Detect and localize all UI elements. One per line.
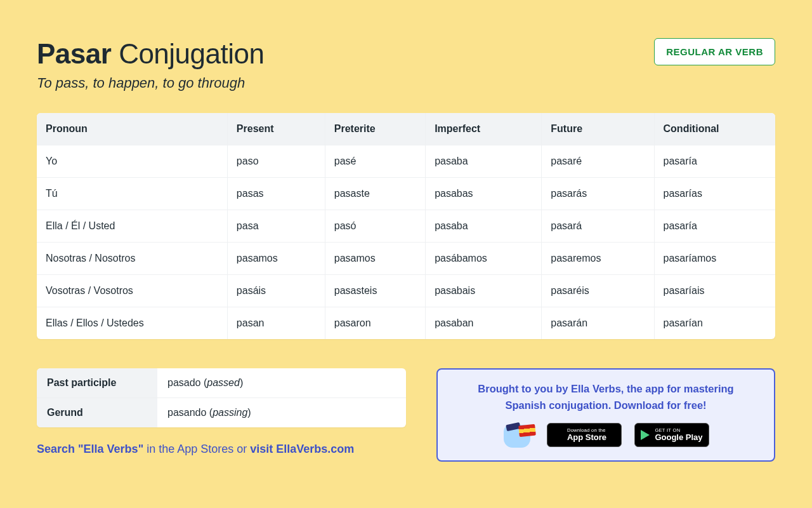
column-header: Conditional: [654, 113, 775, 145]
table-cell: pasará: [542, 210, 654, 243]
table-cell: Nosotras / Nosotros: [37, 243, 227, 275]
page-title: Pasar Conjugation: [37, 38, 264, 70]
table-cell: pasaríais: [654, 275, 775, 307]
verb-translation: To pass, to happen, to go through: [37, 75, 264, 91]
table-cell: pasarán: [542, 307, 654, 340]
table-cell: pasaron: [325, 307, 425, 340]
google-play-icon: [641, 430, 650, 440]
table-row: Nosotras / Nosotrospasamospasamospasábam…: [37, 243, 775, 275]
ella-verbs-icon: [502, 422, 534, 448]
table-cell: Ellas / Ellos / Ustedes: [37, 307, 227, 340]
past-participle-label: Past participle: [37, 368, 157, 398]
table-cell: Vosotras / Vosotros: [37, 275, 227, 307]
table-cell: pasabais: [426, 275, 542, 307]
table-cell: pasó: [325, 210, 425, 243]
table-cell: pasarían: [654, 307, 775, 340]
column-header: Future: [542, 113, 654, 145]
table-row: Past participle pasado (passed): [37, 368, 406, 398]
table-cell: pasaba: [426, 210, 542, 243]
app-store-badge[interactable]: Download on the App Store: [547, 423, 622, 447]
table-cell: pasaremos: [542, 243, 654, 275]
table-row: Yopasopasépasabapasarépasaría: [37, 145, 775, 178]
table-cell: pasaría: [654, 145, 775, 178]
column-header: Pronoun: [37, 113, 227, 145]
table-row: Vosotras / Vosotrospasáispasasteispasaba…: [37, 275, 775, 307]
title-suffix: Conjugation: [119, 38, 264, 69]
table-cell: pasaréis: [542, 275, 654, 307]
table-cell: pasábamos: [426, 243, 542, 275]
verb-name: Pasar: [37, 38, 111, 69]
search-instruction: Search "Ella Verbs" in the App Stores or…: [37, 443, 406, 456]
gerund-label: Gerund: [37, 398, 157, 428]
table-cell: pasa: [227, 210, 325, 243]
table-cell: pasaré: [542, 145, 654, 178]
google-play-badge[interactable]: GET IT ON Google Play: [634, 423, 709, 447]
column-header: Present: [227, 113, 325, 145]
table-cell: Ella / Él / Usted: [37, 210, 227, 243]
table-cell: pasaban: [426, 307, 542, 340]
conjugation-table: PronounPresentPreteriteImperfectFutureCo…: [37, 113, 775, 339]
column-header: Imperfect: [426, 113, 542, 145]
table-cell: pasáis: [227, 275, 325, 307]
table-cell: pasamos: [227, 243, 325, 275]
promo-box: Brought to you by Ella Verbs, the app fo…: [436, 368, 775, 462]
table-cell: paso: [227, 145, 325, 178]
table-cell: pasabas: [426, 178, 542, 210]
table-cell: pasaría: [654, 210, 775, 243]
table-row: Túpasaspasastepasabaspasaráspasarías: [37, 178, 775, 210]
table-cell: pasasteis: [325, 275, 425, 307]
table-cell: pasé: [325, 145, 425, 178]
table-cell: pasas: [227, 178, 325, 210]
table-cell: pasaríamos: [654, 243, 775, 275]
past-participle-value: pasado (passed): [157, 368, 406, 398]
table-row: Ellas / Ellos / Ustedespasanpasaronpasab…: [37, 307, 775, 340]
table-cell: pasarás: [542, 178, 654, 210]
verb-forms-table: Past participle pasado (passed) Gerund p…: [37, 368, 406, 427]
table-cell: pasaste: [325, 178, 425, 210]
verb-type-badge: REGULAR AR VERB: [654, 38, 775, 65]
table-cell: pasarías: [654, 178, 775, 210]
table-row: Ella / Él / Ustedpasapasópasabapasarápas…: [37, 210, 775, 243]
promo-text: Brought to you by Ella Verbs, the app fo…: [454, 381, 757, 413]
table-cell: Tú: [37, 178, 227, 210]
table-cell: pasaba: [426, 145, 542, 178]
table-row: Gerund pasando (passing): [37, 398, 406, 428]
column-header: Preterite: [325, 113, 425, 145]
table-cell: pasan: [227, 307, 325, 340]
gerund-value: pasando (passing): [157, 398, 406, 428]
table-cell: Yo: [37, 145, 227, 178]
table-cell: pasamos: [325, 243, 425, 275]
